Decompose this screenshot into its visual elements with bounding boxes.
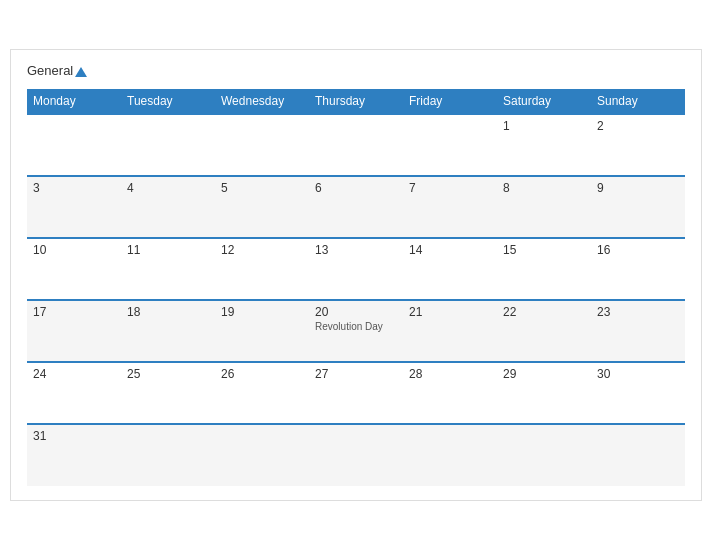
- day-number: 23: [597, 305, 679, 319]
- calendar-cell: 16: [591, 238, 685, 300]
- calendar-cell: 15: [497, 238, 591, 300]
- calendar-cell: 1: [497, 114, 591, 176]
- calendar-cell: 18: [121, 300, 215, 362]
- day-number: 30: [597, 367, 679, 381]
- day-number: 28: [409, 367, 491, 381]
- day-number: 8: [503, 181, 585, 195]
- logo-general: General: [27, 64, 87, 78]
- calendar-cell: 29: [497, 362, 591, 424]
- calendar-cell: 30: [591, 362, 685, 424]
- day-number: 9: [597, 181, 679, 195]
- day-number: 25: [127, 367, 209, 381]
- calendar-cell: [215, 114, 309, 176]
- calendar-cell: [121, 424, 215, 486]
- weekday-friday: Friday: [403, 89, 497, 114]
- day-number: 13: [315, 243, 397, 257]
- day-number: 3: [33, 181, 115, 195]
- calendar-cell: 26: [215, 362, 309, 424]
- calendar-cell: 10: [27, 238, 121, 300]
- logo-triangle-icon: [75, 67, 87, 77]
- calendar-container: General MondayTuesdayWednesdayThursdayFr…: [10, 49, 702, 500]
- day-number: 4: [127, 181, 209, 195]
- calendar-table: MondayTuesdayWednesdayThursdayFridaySatu…: [27, 89, 685, 486]
- week-row-3: 10111213141516: [27, 238, 685, 300]
- day-number: 10: [33, 243, 115, 257]
- day-number: 5: [221, 181, 303, 195]
- weekday-saturday: Saturday: [497, 89, 591, 114]
- weekday-sunday: Sunday: [591, 89, 685, 114]
- calendar-cell: [309, 114, 403, 176]
- calendar-header: General: [27, 64, 685, 78]
- week-row-5: 24252627282930: [27, 362, 685, 424]
- week-row-2: 3456789: [27, 176, 685, 238]
- day-number: 17: [33, 305, 115, 319]
- calendar-cell: 4: [121, 176, 215, 238]
- calendar-cell: 3: [27, 176, 121, 238]
- day-number: 31: [33, 429, 115, 443]
- calendar-cell: [215, 424, 309, 486]
- logo-area: General: [27, 64, 117, 78]
- calendar-cell: 12: [215, 238, 309, 300]
- day-number: 21: [409, 305, 491, 319]
- calendar-cell: 27: [309, 362, 403, 424]
- calendar-cell: [497, 424, 591, 486]
- day-number: 11: [127, 243, 209, 257]
- calendar-cell: [121, 114, 215, 176]
- weekday-monday: Monday: [27, 89, 121, 114]
- day-number: 12: [221, 243, 303, 257]
- week-row-4: 17181920Revolution Day212223: [27, 300, 685, 362]
- weekday-wednesday: Wednesday: [215, 89, 309, 114]
- calendar-cell: 17: [27, 300, 121, 362]
- calendar-cell: 20Revolution Day: [309, 300, 403, 362]
- calendar-cell: 5: [215, 176, 309, 238]
- day-number: 20: [315, 305, 397, 319]
- day-number: 1: [503, 119, 585, 133]
- day-number: 24: [33, 367, 115, 381]
- calendar-cell: 11: [121, 238, 215, 300]
- day-number: 29: [503, 367, 585, 381]
- day-number: 15: [503, 243, 585, 257]
- week-row-1: 12: [27, 114, 685, 176]
- day-number: 26: [221, 367, 303, 381]
- calendar-cell: 21: [403, 300, 497, 362]
- holiday-label: Revolution Day: [315, 321, 397, 332]
- calendar-cell: [591, 424, 685, 486]
- calendar-cell: 8: [497, 176, 591, 238]
- day-number: 14: [409, 243, 491, 257]
- calendar-cell: 19: [215, 300, 309, 362]
- calendar-cell: 31: [27, 424, 121, 486]
- week-row-6: 31: [27, 424, 685, 486]
- calendar-cell: 13: [309, 238, 403, 300]
- calendar-cell: [403, 114, 497, 176]
- calendar-cell: 7: [403, 176, 497, 238]
- calendar-cell: 14: [403, 238, 497, 300]
- day-number: 19: [221, 305, 303, 319]
- day-number: 22: [503, 305, 585, 319]
- weekday-tuesday: Tuesday: [121, 89, 215, 114]
- weekday-thursday: Thursday: [309, 89, 403, 114]
- calendar-cell: [27, 114, 121, 176]
- weekday-header-row: MondayTuesdayWednesdayThursdayFridaySatu…: [27, 89, 685, 114]
- day-number: 18: [127, 305, 209, 319]
- calendar-cell: 28: [403, 362, 497, 424]
- day-number: 6: [315, 181, 397, 195]
- calendar-cell: [403, 424, 497, 486]
- calendar-cell: 6: [309, 176, 403, 238]
- calendar-cell: [309, 424, 403, 486]
- day-number: 16: [597, 243, 679, 257]
- calendar-cell: 25: [121, 362, 215, 424]
- day-number: 7: [409, 181, 491, 195]
- calendar-cell: 24: [27, 362, 121, 424]
- day-number: 2: [597, 119, 679, 133]
- calendar-cell: 23: [591, 300, 685, 362]
- calendar-cell: 22: [497, 300, 591, 362]
- day-number: 27: [315, 367, 397, 381]
- calendar-cell: 2: [591, 114, 685, 176]
- calendar-cell: 9: [591, 176, 685, 238]
